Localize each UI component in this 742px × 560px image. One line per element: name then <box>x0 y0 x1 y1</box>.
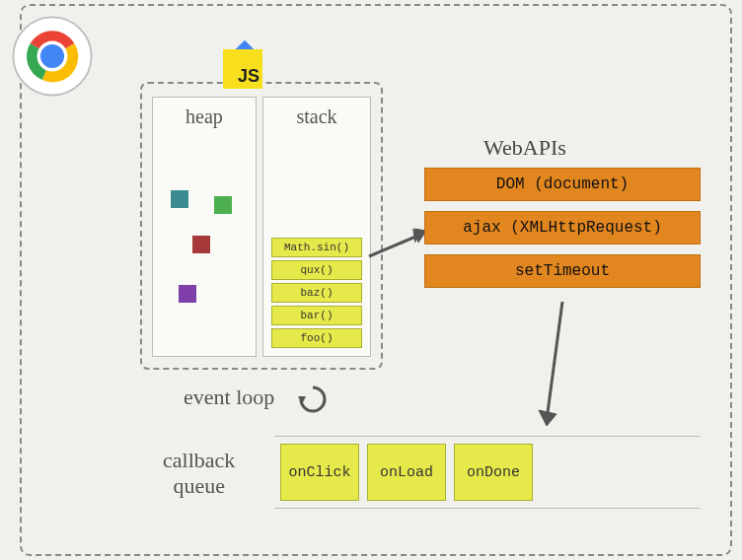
stack-frame: foo() <box>271 328 362 348</box>
stack-frame: Math.sin() <box>271 238 362 257</box>
stack-items: Math.sin()qux()baz()bar()foo() <box>271 238 362 348</box>
stack-frame: qux() <box>271 260 362 280</box>
svg-line-4 <box>369 235 420 256</box>
stack-frame: baz() <box>271 283 362 303</box>
svg-marker-8 <box>539 410 556 426</box>
callback-queue-label: callbackqueue <box>163 448 235 500</box>
heap-object <box>192 236 210 253</box>
callback-item: onClick <box>280 444 359 501</box>
stack-box: stack Math.sin()qux()baz()bar()foo() <box>262 97 371 357</box>
callback-queue-box: onClickonLoadonDone <box>274 436 701 509</box>
svg-line-7 <box>547 302 562 420</box>
event-loop-label: event loop <box>184 385 274 410</box>
arrow-webapi-to-queue <box>533 298 592 436</box>
callback-item: onDone <box>454 444 533 501</box>
webapi-item: setTimeout <box>424 254 701 288</box>
js-badge: JS <box>223 49 262 89</box>
heap-object <box>171 190 188 208</box>
chrome-logo-icon <box>10 14 95 99</box>
webapis-title: WebAPIs <box>483 135 566 161</box>
heap-object <box>179 285 196 303</box>
heap-title: heap <box>153 98 256 128</box>
heap-object <box>214 196 232 214</box>
webapi-item: ajax (XMLHttpRequest) <box>424 211 701 245</box>
callback-item: onLoad <box>367 444 446 501</box>
svg-marker-3 <box>298 396 306 404</box>
event-loop-icon <box>296 383 330 416</box>
webapi-item: DOM (document) <box>424 168 701 201</box>
stack-frame: bar() <box>271 306 362 325</box>
stack-title: stack <box>263 98 370 128</box>
heap-box: heap <box>152 97 257 357</box>
